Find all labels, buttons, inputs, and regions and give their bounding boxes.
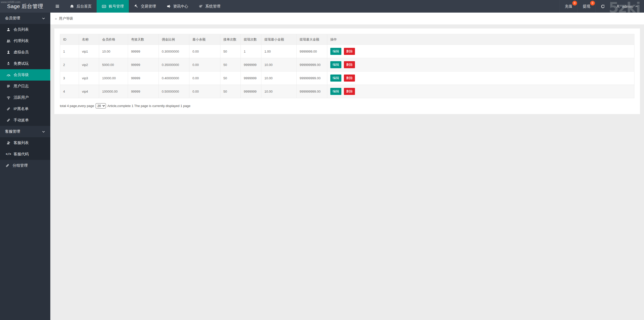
home-icon bbox=[69, 4, 74, 8]
sidebar-group-label: 客服管理 bbox=[5, 129, 20, 134]
member-levels-table: ID 名称 会员价格 有效天数 佣金比例 最小余额 接单次数 提现次数 提现最小… bbox=[60, 34, 634, 98]
page-size-select[interactable]: 20 bbox=[96, 103, 106, 109]
cell-withdraw-max: 999999999.00 bbox=[297, 85, 327, 98]
cell-id: 2 bbox=[60, 58, 79, 72]
cell-id: 3 bbox=[60, 72, 79, 85]
sidebar: 会员管理 会员列表 代理列表 虚拟会员 免费试玩 bbox=[0, 13, 50, 320]
delete-button[interactable]: 删除 bbox=[344, 88, 355, 95]
sidebar-item-label: 客服列表 bbox=[14, 140, 29, 145]
list-icon bbox=[6, 84, 11, 88]
col-id: ID bbox=[60, 34, 79, 45]
delete-button[interactable]: 删除 bbox=[344, 61, 355, 68]
pagination-suffix: Article,complete 1 The page is currently… bbox=[107, 104, 190, 108]
edit-button[interactable]: 编辑 bbox=[330, 88, 341, 95]
cell-orders: 50 bbox=[220, 58, 241, 72]
cell-orders: 50 bbox=[220, 45, 241, 58]
table-card: ID 名称 会员价格 有效天数 佣金比例 最小余额 接单次数 提现次数 提现最小… bbox=[54, 28, 640, 114]
link-icon bbox=[6, 118, 11, 122]
sidebar-item-label: 会员等级 bbox=[14, 73, 29, 77]
sidebar-group-members[interactable]: 会员管理 bbox=[0, 13, 50, 24]
sidebar-item-support-list[interactable]: 客服列表 bbox=[0, 137, 50, 149]
recharge-button[interactable]: 充值 0 bbox=[559, 0, 577, 13]
sidebar-item-free-trial[interactable]: 免费试玩 bbox=[0, 58, 50, 69]
nav-item-label: 交易管理 bbox=[141, 4, 156, 9]
nav-item-news[interactable]: 资讯中心 bbox=[161, 0, 193, 13]
sidebar-item-label: IP黑名单 bbox=[14, 106, 28, 111]
sidebar-item-manual-dispatch[interactable]: 手动派单 bbox=[0, 115, 50, 126]
cell-min-balance: 0.00 bbox=[189, 58, 220, 72]
cell-orders: 50 bbox=[220, 85, 241, 98]
wifi-icon bbox=[6, 96, 11, 100]
delete-button[interactable]: 删除 bbox=[344, 75, 355, 82]
cell-commission: 0.30000000 bbox=[159, 45, 189, 58]
sidebar-item-member-list[interactable]: 会员列表 bbox=[0, 24, 50, 35]
cell-actions: 编辑删除 bbox=[327, 45, 634, 58]
nav-item-accounts[interactable]: 账号管理 bbox=[97, 0, 129, 13]
username: admin bbox=[622, 4, 632, 9]
sidebar-group-support[interactable]: 客服管理 bbox=[0, 126, 50, 137]
cell-commission: 0.40000000 bbox=[159, 72, 189, 85]
cell-price: 10000.00 bbox=[99, 72, 128, 85]
nav-item-dashboard[interactable]: 后台首页 bbox=[64, 0, 97, 13]
cell-withdraw-times: 9999999 bbox=[241, 58, 261, 72]
nav-item-system[interactable]: 系统管理 bbox=[193, 0, 225, 13]
user-icon bbox=[6, 28, 11, 31]
cell-days: 99999 bbox=[128, 58, 159, 72]
refresh-button[interactable] bbox=[595, 0, 610, 13]
sidebar-item-member-levels[interactable]: 会员等级 bbox=[0, 69, 50, 81]
chevron-down-icon bbox=[41, 17, 46, 20]
cell-days: 99999 bbox=[128, 45, 159, 58]
cell-actions: 编辑删除 bbox=[327, 72, 634, 85]
sidebar-item-label: 代理列表 bbox=[14, 39, 29, 43]
table-row: 1 vip1 10.00 99999 0.30000000 0.00 50 1 … bbox=[60, 45, 634, 58]
person-icon bbox=[616, 5, 620, 8]
edit-button[interactable]: 编辑 bbox=[330, 75, 341, 82]
page-title: 用户等级 bbox=[59, 16, 73, 21]
col-min-balance: 最小余额 bbox=[189, 34, 220, 45]
edit-button[interactable]: 编辑 bbox=[330, 61, 341, 68]
cell-withdraw-times: 9999999 bbox=[241, 72, 261, 85]
sidebar-item-group-management[interactable]: 分组管理 bbox=[0, 160, 50, 171]
col-withdraw-max: 提现最大金额 bbox=[297, 34, 327, 45]
nav-item-trade[interactable]: 交易管理 bbox=[129, 0, 161, 13]
col-actions: 操作 bbox=[327, 34, 634, 45]
cell-price: 100000.00 bbox=[99, 85, 128, 98]
breadcrumb: » 用户等级 bbox=[50, 13, 644, 24]
cell-name: vip1 bbox=[79, 45, 99, 58]
cell-price: 10.00 bbox=[99, 45, 128, 58]
sidebar-item-label: 用户日志 bbox=[14, 84, 29, 89]
sidebar-item-ip-blacklist[interactable]: IP黑名单 bbox=[0, 103, 50, 115]
app-logo[interactable]: Sage 后台管理 bbox=[0, 0, 50, 13]
col-name: 名称 bbox=[79, 34, 99, 45]
topbar-right: 充值 0 提现 0 admin bbox=[559, 0, 644, 13]
cell-min-balance: 0.00 bbox=[189, 72, 220, 85]
cell-withdraw-times: 9999999 bbox=[241, 85, 261, 98]
cell-withdraw-min: 1.00 bbox=[261, 45, 297, 58]
link-icon bbox=[5, 164, 10, 167]
breadcrumb-separator: » bbox=[55, 16, 57, 21]
user-menu[interactable]: admin bbox=[610, 0, 644, 13]
sidebar-item-user-logs[interactable]: 用户日志 bbox=[0, 81, 50, 92]
sidebar-item-label: 虚拟会员 bbox=[14, 50, 29, 55]
cell-orders: 50 bbox=[220, 72, 241, 85]
pagination: total 4 page,every page 20 Article,compl… bbox=[60, 103, 634, 109]
cell-commission: 0.50000000 bbox=[159, 85, 189, 98]
sidebar-item-support-code[interactable]: </> 客服代码 bbox=[0, 149, 50, 160]
nav-item-label: 系统管理 bbox=[205, 4, 220, 9]
pagination-prefix: total 4 page,every page bbox=[60, 104, 94, 108]
gears-icon bbox=[198, 4, 203, 8]
sidebar-item-active-users[interactable]: 活跃用户 bbox=[0, 92, 50, 103]
sidebar-item-virtual-members[interactable]: 虚拟会员 bbox=[0, 47, 50, 58]
col-orders: 接单次数 bbox=[220, 34, 241, 45]
refresh-icon bbox=[600, 4, 605, 9]
cell-id: 4 bbox=[60, 85, 79, 98]
edit-button[interactable]: 编辑 bbox=[330, 48, 341, 55]
delete-button[interactable]: 删除 bbox=[344, 48, 355, 55]
withdraw-button[interactable]: 提现 0 bbox=[577, 0, 595, 13]
table-row: 3 vip3 10000.00 99999 0.40000000 0.00 50… bbox=[60, 72, 634, 85]
cell-days: 99999 bbox=[128, 85, 159, 98]
cell-name: vip4 bbox=[79, 85, 99, 98]
sidebar-toggle-button[interactable] bbox=[50, 0, 64, 13]
sidebar-item-agent-list[interactable]: 代理列表 bbox=[0, 35, 50, 47]
code-icon: </> bbox=[6, 153, 11, 156]
